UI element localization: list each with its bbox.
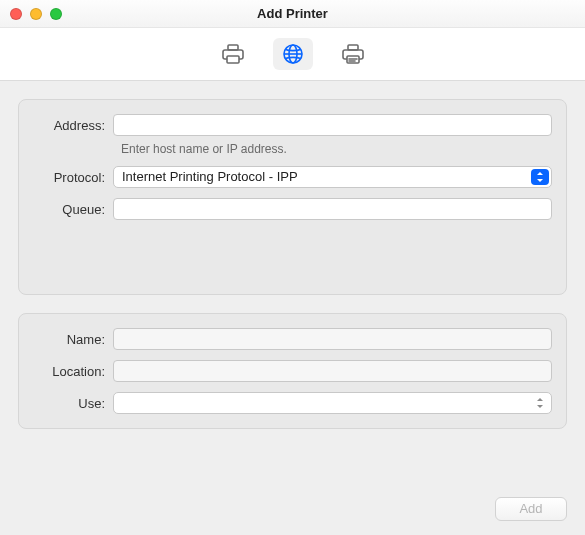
protocol-label: Protocol: — [33, 170, 113, 185]
footer: Add — [495, 497, 567, 521]
spacer — [33, 230, 552, 280]
toolbar — [0, 28, 585, 80]
location-label: Location: — [33, 364, 113, 379]
updown-icon — [531, 395, 549, 411]
use-row: Use: — [33, 392, 552, 414]
use-label: Use: — [33, 396, 113, 411]
name-input[interactable] — [113, 328, 552, 350]
updown-icon — [531, 169, 549, 185]
address-row: Address: — [33, 114, 552, 136]
name-label: Name: — [33, 332, 113, 347]
printer-icon — [220, 43, 246, 65]
protocol-row: Protocol: Internet Printing Protocol - I… — [33, 166, 552, 188]
window-controls — [10, 8, 62, 20]
content: Address: Enter host name or IP address. … — [0, 80, 585, 535]
add-button[interactable]: Add — [495, 497, 567, 521]
toolbar-segmented — [213, 38, 373, 70]
address-helper: Enter host name or IP address. — [121, 142, 552, 156]
window-title: Add Printer — [0, 6, 585, 21]
titlebar: Add Printer — [0, 0, 585, 28]
svg-rect-2 — [227, 56, 239, 63]
protocol-select[interactable]: Internet Printing Protocol - IPP — [113, 166, 552, 188]
address-input[interactable] — [113, 114, 552, 136]
ip-tab[interactable] — [273, 38, 313, 70]
globe-icon — [281, 42, 305, 66]
name-row: Name: — [33, 328, 552, 350]
queue-row: Queue: — [33, 198, 552, 220]
printer-advanced-icon — [340, 43, 366, 65]
svg-rect-7 — [348, 45, 358, 50]
svg-rect-1 — [228, 45, 238, 50]
queue-label: Queue: — [33, 202, 113, 217]
minimize-window-button[interactable] — [30, 8, 42, 20]
protocol-select-value: Internet Printing Protocol - IPP — [122, 167, 525, 187]
windows-tab[interactable] — [333, 38, 373, 70]
location-row: Location: — [33, 360, 552, 382]
location-input[interactable] — [113, 360, 552, 382]
use-select[interactable] — [113, 392, 552, 414]
queue-input[interactable] — [113, 198, 552, 220]
default-tab[interactable] — [213, 38, 253, 70]
address-label: Address: — [33, 118, 113, 133]
close-window-button[interactable] — [10, 8, 22, 20]
zoom-window-button[interactable] — [50, 8, 62, 20]
network-panel: Address: Enter host name or IP address. … — [18, 99, 567, 295]
info-panel: Name: Location: Use: — [18, 313, 567, 429]
